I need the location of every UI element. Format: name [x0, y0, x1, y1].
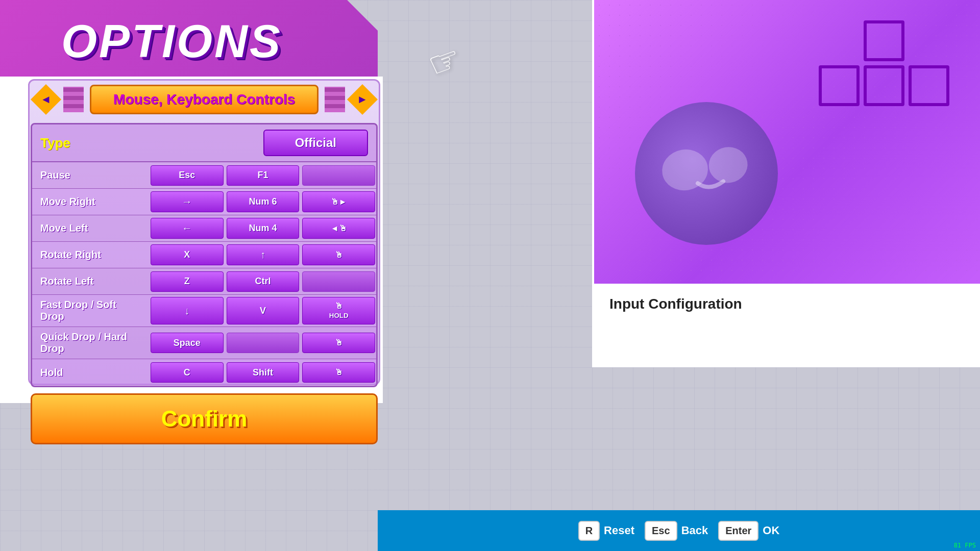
control-name-fast-drop: Fast Drop / Soft Drop — [32, 295, 150, 327]
type-label: Type — [40, 135, 263, 151]
table-row: Quick Drop / Hard Drop Space 🖱 — [32, 327, 376, 359]
official-button[interactable]: Official — [263, 130, 368, 156]
stripe-right — [325, 87, 345, 112]
key-cells-rotate-right: X ↑ 🖱 — [150, 243, 376, 267]
svg-point-1 — [706, 144, 750, 186]
key-cell[interactable]: Ctrl — [227, 271, 300, 292]
key-cell[interactable]: Z — [151, 271, 224, 292]
key-cell[interactable]: ← — [151, 218, 224, 239]
main-content: ◄ Mouse, Keyboard Controls ► Type Offici… — [31, 84, 378, 444]
key-cell[interactable] — [302, 271, 375, 292]
tetris-block — [819, 65, 860, 106]
key-cells-move-right: → Num 6 🖱► — [150, 190, 376, 214]
tetris-block — [864, 65, 904, 106]
back-button[interactable]: Esc Back — [645, 521, 708, 541]
control-name-rotate-right: Rotate Right — [32, 245, 150, 265]
reset-label: Reset — [604, 524, 634, 537]
table-row: Move Right → Num 6 🖱► — [32, 189, 376, 215]
key-cell-mouse[interactable]: 🖱► — [302, 191, 375, 212]
key-cell-mouse[interactable]: 🖱 — [302, 244, 375, 265]
reset-key: R — [578, 521, 600, 541]
control-name-quick-drop: Quick Drop / Hard Drop — [32, 327, 150, 359]
key-cell[interactable] — [227, 333, 300, 353]
character-eyes — [650, 130, 763, 217]
key-cells-move-left: ← Num 4 ◄🖱 — [150, 216, 376, 240]
key-cell[interactable]: Num 4 — [227, 218, 300, 239]
key-cells-hold: C Shift 🖱 — [150, 361, 376, 384]
key-cell[interactable]: ↑ — [227, 244, 300, 265]
table-row: Rotate Right X ↑ 🖱 — [32, 242, 376, 268]
key-cell[interactable]: C — [151, 362, 224, 383]
back-key: Esc — [645, 521, 677, 541]
confirm-label: Confirm — [161, 406, 248, 431]
control-name-pause: Pause — [32, 165, 150, 185]
controls-table: Type Official Pause Esc F1 Move Right → — [31, 123, 378, 387]
official-label: Official — [295, 136, 336, 149]
back-label: Back — [681, 524, 708, 537]
info-title: Input Configuration — [609, 296, 965, 312]
table-row: Pause Esc F1 — [32, 162, 376, 189]
key-cells-pause: Esc F1 — [150, 164, 376, 187]
control-name-move-left: Move Left — [32, 218, 150, 238]
key-cells-fast-drop: ↓ V 🖱HOLD — [150, 295, 376, 326]
tetris-block — [909, 65, 949, 106]
key-cells-rotate-left: Z Ctrl — [150, 270, 376, 293]
tetris-block-empty — [909, 20, 949, 61]
tetris-block — [864, 20, 904, 61]
table-row: Hold C Shift 🖱 — [32, 359, 376, 386]
key-cell[interactable] — [302, 165, 375, 186]
key-cell[interactable]: Esc — [151, 165, 224, 186]
bottom-bar: R Reset Esc Back Enter OK — [378, 510, 980, 551]
table-row: Rotate Left Z Ctrl — [32, 268, 376, 295]
control-name-move-right: Move Right — [32, 192, 150, 212]
left-arrow-icon: ◄ — [40, 93, 52, 106]
right-arrow-icon: ► — [357, 93, 368, 106]
key-cell[interactable]: Shift — [227, 362, 300, 383]
right-panel: Input Configuration — [592, 0, 980, 367]
info-box: Input Configuration — [594, 284, 980, 365]
key-cell[interactable]: Space — [151, 333, 224, 353]
table-row: Move Left ← Num 4 ◄🖱 — [32, 215, 376, 242]
key-cell-mouse[interactable]: 🖱 — [302, 362, 375, 383]
character-display — [635, 102, 778, 245]
key-cells-quick-drop: Space 🖱 — [150, 331, 376, 355]
tetris-blocks — [819, 20, 949, 106]
ok-key: Enter — [718, 521, 758, 541]
control-name-hold: Hold — [32, 363, 150, 383]
tetris-block-empty — [819, 20, 860, 61]
key-cell[interactable]: ↓ — [151, 297, 224, 324]
page-title: OPTIONS — [61, 15, 282, 68]
control-label-text: Mouse, Keyboard Controls — [113, 91, 295, 107]
key-cell-mouse[interactable]: 🖱 — [302, 333, 375, 353]
next-control-button[interactable]: ► — [347, 84, 378, 115]
key-cell[interactable]: Num 6 — [227, 191, 300, 212]
confirm-button[interactable]: Confirm — [31, 393, 378, 444]
key-cell[interactable]: V — [227, 297, 300, 324]
control-label-box: Mouse, Keyboard Controls — [90, 85, 318, 114]
stripe-left — [63, 87, 84, 112]
fps-indicator: 81 FPS — [954, 542, 976, 549]
control-selector: ◄ Mouse, Keyboard Controls ► — [31, 84, 378, 115]
prev-control-button[interactable]: ◄ — [31, 84, 61, 115]
ok-button[interactable]: Enter OK — [718, 521, 779, 541]
key-cell-mouse-hold[interactable]: 🖱HOLD — [302, 297, 375, 324]
key-cell[interactable]: → — [151, 191, 224, 212]
control-name-rotate-left: Rotate Left — [32, 271, 150, 291]
key-cell[interactable]: F1 — [227, 165, 300, 186]
reset-button[interactable]: R Reset — [578, 521, 634, 541]
type-row: Type Official — [32, 124, 376, 162]
key-cell-mouse[interactable]: ◄🖱 — [302, 218, 375, 239]
ok-label: OK — [763, 524, 779, 537]
key-cell[interactable]: X — [151, 244, 224, 265]
table-row: Fast Drop / Soft Drop ↓ V 🖱HOLD — [32, 295, 376, 327]
